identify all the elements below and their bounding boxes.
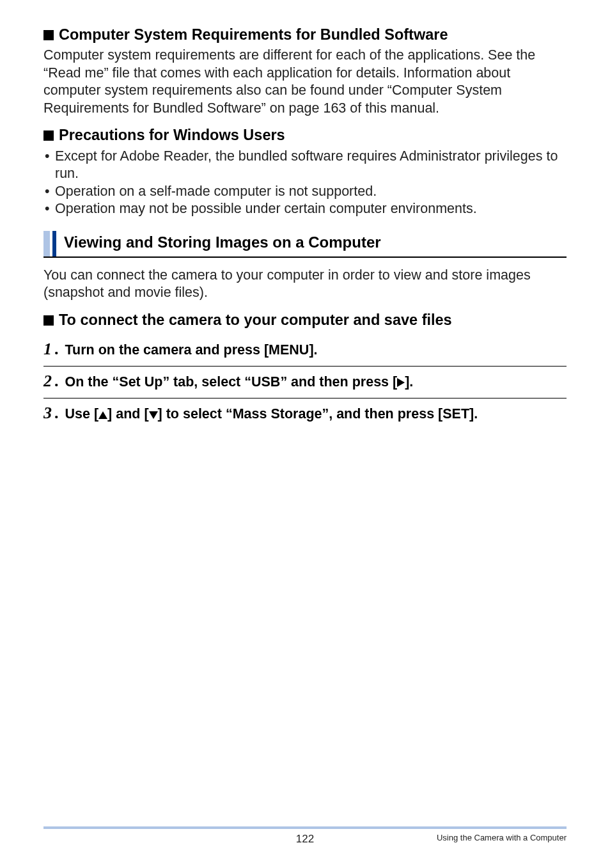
- subheading-computer-system-req: Computer System Requirements for Bundled…: [43, 26, 567, 44]
- heading-bar-light: [43, 231, 50, 256]
- step-text: Use [] and [] to select “Mass Storage”, …: [65, 406, 478, 423]
- step-text-part: On the “Set Up” tab, select “USB” and th…: [65, 374, 398, 390]
- step-number: 3: [43, 405, 52, 422]
- step-number-dot: .: [54, 405, 59, 422]
- triangle-right-icon: [397, 378, 405, 387]
- section-heading-label: Viewing and Storing Images on a Computer: [64, 231, 381, 256]
- step-text-part: Use [: [65, 406, 99, 422]
- triangle-down-icon: [149, 411, 158, 419]
- square-bullet-icon: [43, 315, 54, 326]
- section-heading-viewing-storing: Viewing and Storing Images on a Computer: [43, 231, 567, 258]
- list-item: Except for Adobe Reader, the bundled sof…: [43, 148, 567, 183]
- square-bullet-icon: [43, 130, 54, 141]
- bullet-list-precautions: Except for Adobe Reader, the bundled sof…: [43, 148, 567, 218]
- square-bullet-icon: [43, 30, 54, 40]
- subheading-precautions: Precautions for Windows Users: [43, 126, 567, 145]
- step-text-part: ].: [405, 374, 413, 390]
- step-3: 3. Use [] and [] to select “Mass Storage…: [43, 398, 567, 430]
- page-number: 122: [43, 833, 567, 846]
- subheading-label: Precautions for Windows Users: [59, 126, 285, 145]
- step-number: 2: [43, 373, 52, 390]
- triangle-up-icon: [98, 411, 107, 419]
- step-text: On the “Set Up” tab, select “USB” and th…: [65, 374, 414, 391]
- paragraph-viewing-storing: You can connect the camera to your compu…: [43, 267, 567, 302]
- list-item: Operation may not be possible under cert…: [43, 200, 567, 218]
- step-2: 2. On the “Set Up” tab, select “USB” and…: [43, 366, 567, 398]
- footer-divider: [43, 826, 567, 829]
- subheading-label: To connect the camera to your computer a…: [59, 311, 452, 329]
- step-number: 1: [43, 341, 52, 358]
- step-1: 1. Turn on the camera and press [MENU].: [43, 335, 567, 366]
- subheading-connect-camera: To connect the camera to your computer a…: [43, 311, 567, 329]
- step-number-dot: .: [54, 373, 59, 390]
- subheading-label: Computer System Requirements for Bundled…: [59, 26, 448, 44]
- footer-row: 122 Using the Camera with a Computer: [43, 833, 567, 842]
- step-number-dot: .: [54, 341, 59, 358]
- heading-bar-dark: [52, 231, 56, 256]
- step-list: 1. Turn on the camera and press [MENU]. …: [43, 335, 567, 430]
- step-text-part: ] and [: [107, 406, 149, 422]
- paragraph-computer-system-req: Computer system requirements are differe…: [43, 47, 567, 117]
- step-text: Turn on the camera and press [MENU].: [65, 342, 318, 359]
- list-item: Operation on a self-made computer is not…: [43, 183, 567, 201]
- step-text-part: ] to select “Mass Storage”, and then pre…: [158, 406, 478, 422]
- page-footer: 122 Using the Camera with a Computer: [43, 826, 567, 842]
